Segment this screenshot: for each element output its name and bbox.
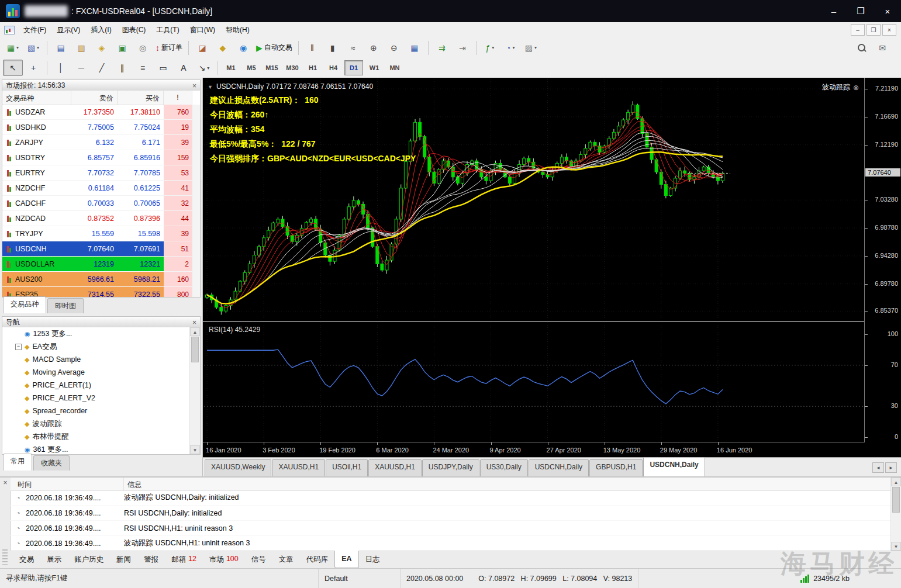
market-watch-row[interactable]: TRYJPY15.55915.59839	[2, 226, 192, 241]
market-watch-row[interactable]: USDOLLAR12319123212	[2, 257, 192, 272]
terminal-tab-日志[interactable]: 日志	[359, 551, 386, 568]
timeframe-m30[interactable]: M30	[283, 60, 302, 75]
bar-chart-button[interactable]: ‖	[302, 40, 322, 56]
market-watch-close-icon[interactable]: ×	[192, 82, 196, 90]
terminal-tab-信号[interactable]: 信号	[245, 551, 272, 568]
market-watch-column-header[interactable]: 交易品种	[2, 91, 71, 105]
navigator-item[interactable]: ◆Moving Average	[2, 366, 190, 379]
market-watch-scroll-strip[interactable]	[192, 105, 200, 297]
search-button[interactable]	[851, 40, 871, 56]
timeframe-h4[interactable]: H4	[324, 60, 343, 75]
market-watch-row[interactable]: ZARJPY6.1326.17139	[2, 135, 192, 150]
navigator-item[interactable]: ◆MACD Sample	[2, 353, 190, 366]
market-watch-row[interactable]: AUS2005966.615968.21160	[2, 272, 192, 287]
market-watch-row[interactable]: USDZAR17.3735017.38110760	[2, 105, 192, 120]
timeframe-m15[interactable]: M15	[263, 60, 281, 75]
chart-tab[interactable]: USDCNH,Daily	[529, 459, 589, 476]
scroll-down-icon[interactable]: ▼	[891, 542, 901, 551]
navigator-tab[interactable]: 收藏夹	[33, 455, 70, 471]
menu-item[interactable]: 插入(I)	[85, 23, 116, 37]
timeframe-m1[interactable]: M1	[222, 60, 240, 75]
minimize-button[interactable]: –	[820, 0, 847, 22]
navigator-item[interactable]: ◆布林带提醒	[2, 430, 190, 443]
chart-shift-button[interactable]: ⇥	[453, 40, 472, 56]
indicators-button[interactable]: ƒ▾	[480, 40, 500, 56]
rsi-pane-svg[interactable]	[204, 323, 864, 442]
navigator-item[interactable]: ◆PRICE_ALERT_V2	[2, 392, 190, 404]
tabs-scroll-right-icon[interactable]: ►	[885, 462, 897, 473]
terminal-tab-邮箱[interactable]: 邮箱12	[165, 551, 203, 568]
close-button[interactable]: ×	[874, 0, 901, 22]
zoom-in-button[interactable]: ⊕	[364, 40, 384, 56]
templates-button[interactable]: ▨▾	[521, 40, 541, 56]
navigator-item[interactable]: −◆EA交易	[2, 340, 190, 353]
market-watch-row[interactable]: USDCNH7.076407.0769151	[2, 241, 192, 257]
tabs-scroll-left-icon[interactable]: ◄	[872, 462, 884, 473]
chart-tab[interactable]: GBPUSD,H1	[589, 459, 643, 476]
menu-item[interactable]: 工具(T)	[151, 23, 184, 37]
mail-button[interactable]: ✉	[872, 40, 892, 56]
navigator-item[interactable]: ◉1253 更多...	[2, 327, 190, 340]
navigator-item[interactable]: ◆Spread_recorder	[2, 404, 190, 417]
timeframe-m5[interactable]: M5	[242, 60, 261, 75]
navigator-item[interactable]: ◉361 更多...	[2, 443, 190, 454]
market-watch-column-header[interactable]: 卖价	[71, 91, 118, 105]
periods-button[interactable]: ◔▾	[500, 40, 520, 56]
terminal-tab-展示[interactable]: 展示	[40, 551, 68, 568]
market-watch-column-header[interactable]: 买价	[118, 91, 164, 105]
shapes-button[interactable]: ▭	[153, 60, 173, 76]
chart-tab[interactable]: USOil,H1	[326, 459, 368, 476]
new-order-button[interactable]: ↕新订单	[153, 40, 185, 56]
market-watch-row[interactable]: USDHKD7.750057.7502419	[2, 120, 192, 135]
terminal-tab-警报[interactable]: 警报	[137, 551, 165, 568]
market-watch-row[interactable]: USDTRY6.857576.85916159	[2, 150, 192, 165]
vertical-line-button[interactable]: │	[51, 60, 71, 76]
terminal-tab-ea[interactable]: EA	[334, 551, 358, 568]
horizontal-line-button[interactable]: ─	[71, 60, 91, 76]
terminal-tab-新闻[interactable]: 新闻	[110, 551, 137, 568]
chart-minimize-button[interactable]: –	[851, 24, 865, 36]
terminal-log-row[interactable]: ◔2020.06.18 19:36:49....RSI USDCNH,H1: u…	[11, 521, 891, 536]
profiles-button[interactable]: ▧▾	[23, 40, 43, 56]
data-window-toggle-button[interactable]: ▥	[71, 40, 91, 56]
terminal-tab-交易[interactable]: 交易	[13, 551, 40, 568]
chart-tab[interactable]: XAUUSD,H1	[272, 459, 325, 476]
terminal-toggle-button[interactable]: ▣	[112, 40, 132, 56]
terminal-grip[interactable]	[2, 549, 8, 565]
cursor-button[interactable]: ↖	[3, 60, 23, 76]
maximize-button[interactable]: ❐	[847, 0, 874, 22]
community-button[interactable]: ◉	[233, 40, 253, 56]
terminal-log-row[interactable]: ◔2020.06.18 19:36:49....波动跟踪 USDCNH,H1: …	[11, 536, 891, 551]
terminal-tab-文章[interactable]: 文章	[272, 551, 300, 568]
candlestick-chart-button[interactable]: ▮	[323, 40, 343, 56]
zoom-out-button[interactable]: ⊖	[384, 40, 404, 56]
arrows-button[interactable]: ↘▾	[194, 60, 214, 76]
menu-item[interactable]: 显示(V)	[51, 23, 85, 37]
terminal-log-row[interactable]: ◔2020.06.18 19:36:49....波动跟踪 USDCNH,Dail…	[11, 490, 891, 506]
autotrading-button[interactable]: ▶自动交易	[254, 40, 295, 56]
timeframe-d1[interactable]: D1	[344, 60, 363, 75]
chart-tab[interactable]: USDCNH,Daily	[643, 457, 705, 476]
market-watch-toggle-button[interactable]: ▤	[51, 40, 71, 56]
crosshair-button[interactable]: +	[23, 60, 43, 76]
navigator-close-icon[interactable]: ×	[192, 319, 196, 327]
timeframe-mn[interactable]: MN	[385, 60, 404, 75]
scroll-down-icon[interactable]: ▼	[190, 445, 200, 454]
terminal-log-row[interactable]: ◔2020.06.18 19:36:49....RSI USDCNH,Daily…	[11, 506, 891, 521]
market-watch-row[interactable]: NZDCHF0.611840.6122541	[2, 181, 192, 196]
text-button[interactable]: A	[174, 60, 194, 76]
market-watch-row[interactable]: CADCHF0.700330.7006532	[2, 196, 192, 211]
navigator-item[interactable]: ◆波动跟踪	[2, 417, 190, 430]
scroll-thumb[interactable]	[191, 337, 199, 362]
tree-expander-icon[interactable]: −	[15, 344, 22, 350]
chart-context-arrow-icon[interactable]: ▼	[208, 84, 213, 90]
market-watch-row[interactable]: NZDCAD0.873520.8739644	[2, 211, 192, 226]
channel-button[interactable]: ∥	[112, 60, 132, 76]
strategy-tester-button[interactable]: ◎	[133, 40, 153, 56]
new-chart-button[interactable]: ▦▾	[3, 40, 23, 56]
navigator-toggle-button[interactable]: ◈	[92, 40, 112, 56]
timeframe-w1[interactable]: W1	[365, 60, 384, 75]
eraser-button[interactable]: ◪	[192, 40, 212, 56]
scroll-up-icon[interactable]: ▲	[190, 327, 200, 336]
navigator-scrollbar[interactable]: ▲ ▼	[189, 327, 200, 454]
